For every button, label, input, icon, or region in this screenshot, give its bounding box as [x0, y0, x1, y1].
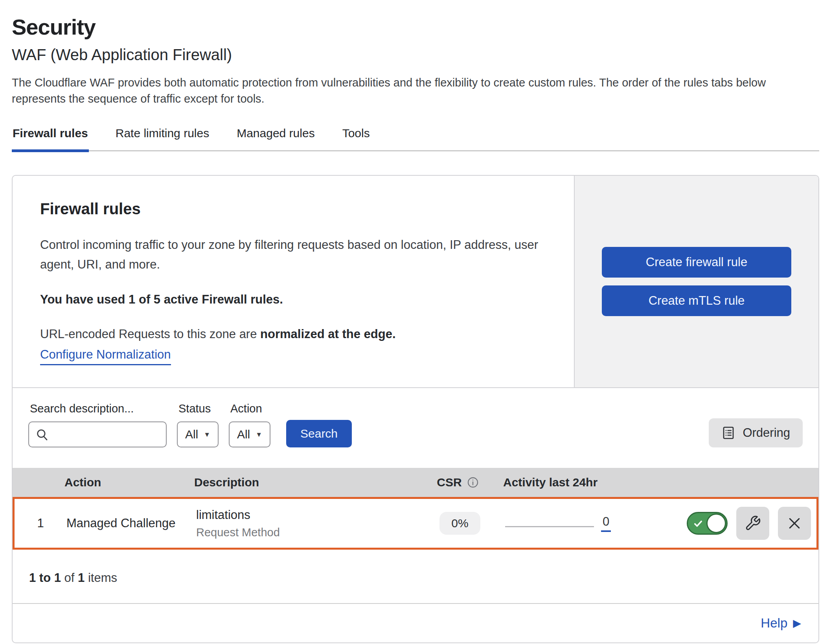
info-icon[interactable]	[467, 476, 479, 489]
overview-actions-panel: Create firewall rule Create mTLS rule	[574, 176, 818, 387]
rule-csr-cell: 0%	[415, 512, 505, 535]
overview-text-panel: Firewall rules Control incoming traffic …	[13, 176, 574, 387]
create-mtls-rule-button[interactable]: Create mTLS rule	[602, 285, 791, 316]
toggle-knob	[706, 513, 726, 533]
action-filter-select[interactable]: All ▼	[229, 421, 270, 447]
delete-rule-button[interactable]	[778, 507, 811, 540]
page-title: Security	[12, 14, 819, 40]
header-csr: CSR	[413, 476, 503, 489]
table-row-rule-1[interactable]: 1 Managed Challenge limitations Request …	[13, 497, 818, 550]
page-subtitle: WAF (Web Application Firewall)	[12, 46, 819, 64]
help-row: Help ▶	[13, 603, 818, 642]
rule-action: Managed Challenge	[66, 516, 196, 530]
pagination-of: of	[64, 571, 75, 585]
csr-badge: 0%	[439, 512, 480, 535]
configure-normalization-link[interactable]: Configure Normalization	[40, 348, 171, 365]
pagination-total: 1	[78, 571, 85, 585]
ordering-button[interactable]: Ordering	[709, 418, 803, 447]
action-filter-group: Action All ▼	[229, 402, 270, 447]
action-filter-value: All	[237, 428, 250, 441]
action-filter-label: Action	[230, 402, 269, 415]
header-action: Action	[64, 476, 194, 489]
help-link[interactable]: Help ▶	[761, 616, 801, 631]
status-filter-label: Status	[178, 402, 217, 415]
close-icon	[787, 515, 802, 531]
rules-table-header: Action Description CSR Activity last 24h…	[13, 468, 818, 497]
status-filter-select[interactable]: All ▼	[177, 421, 219, 447]
check-icon	[693, 519, 703, 529]
header-description: Description	[194, 476, 413, 489]
search-description-label: Search description...	[30, 402, 165, 415]
firewall-rules-overview: Firewall rules Control incoming traffic …	[13, 176, 818, 388]
rule-description-cell: limitations Request Method	[196, 508, 415, 539]
search-input-box[interactable]	[28, 421, 167, 447]
status-filter-value: All	[185, 428, 198, 441]
chevron-down-icon: ▼	[204, 431, 210, 438]
help-link-label: Help	[761, 616, 787, 631]
search-button[interactable]: Search	[286, 420, 352, 447]
usage-summary: You have used 1 of 5 active Firewall rul…	[40, 293, 546, 307]
waf-page: Security WAF (Web Application Firewall) …	[0, 0, 831, 644]
filter-bar: Search description... Status All ▼	[13, 388, 818, 468]
pagination-summary: 1 to 1 of 1 items	[13, 550, 818, 603]
chevron-down-icon: ▼	[256, 431, 262, 438]
normalization-text: URL-encoded Requests to this zone are	[40, 327, 257, 341]
tab-firewall-rules[interactable]: Firewall rules	[12, 120, 89, 152]
search-description-group: Search description...	[28, 402, 167, 447]
rules-tab-bar: Firewall rules Rate limiting rules Manag…	[12, 120, 819, 151]
tab-rate-limiting-rules[interactable]: Rate limiting rules	[115, 120, 210, 152]
activity-sparkline	[505, 526, 594, 527]
edit-rule-button[interactable]	[736, 507, 769, 540]
help-arrow-icon: ▶	[793, 618, 801, 629]
pagination-range: 1 to 1	[29, 571, 61, 585]
firewall-rules-card: Firewall rules Control incoming traffic …	[12, 175, 819, 643]
rule-description-sub: Request Method	[196, 526, 415, 539]
header-activity: Activity last 24hr	[503, 476, 685, 489]
ordering-button-label: Ordering	[743, 426, 790, 440]
tab-tools[interactable]: Tools	[342, 120, 371, 152]
wrench-icon	[745, 515, 761, 532]
rule-activity-cell: 0	[505, 515, 687, 532]
search-icon	[35, 428, 49, 441]
status-filter-group: Status All ▼	[177, 402, 219, 447]
normalization-note: URL-encoded Requests to this zone are no…	[40, 327, 546, 341]
rule-description: limitations	[196, 508, 415, 522]
activity-count-link[interactable]: 0	[601, 515, 611, 532]
rule-enabled-toggle[interactable]	[687, 512, 728, 535]
rule-priority: 1	[15, 516, 66, 530]
header-csr-label: CSR	[437, 476, 461, 489]
pagination-items: items	[88, 571, 117, 585]
create-firewall-rule-button[interactable]: Create firewall rule	[602, 247, 791, 278]
tab-managed-rules[interactable]: Managed rules	[236, 120, 315, 152]
overview-description: Control incoming traffic to your zone by…	[40, 235, 546, 274]
normalization-bold: normalized at the edge.	[260, 327, 396, 341]
search-input[interactable]	[53, 428, 160, 442]
ordering-list-icon	[721, 426, 735, 440]
rule-controls	[687, 507, 819, 540]
overview-heading: Firewall rules	[40, 200, 546, 218]
page-description: The Cloudflare WAF provides both automat…	[12, 75, 814, 107]
